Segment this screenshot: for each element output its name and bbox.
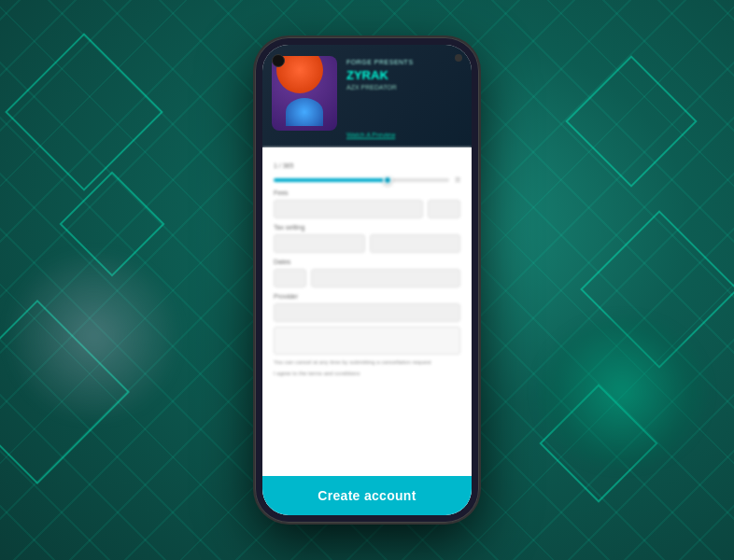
slider-container[interactable]: ☰: [274, 176, 460, 184]
screen-form-body: 1 / 365 ☰ Fees Tax setting: [262, 147, 472, 515]
phone-mockup: FORGE PRESENTS ZYRAK AZX PREDATOR Watch …: [255, 37, 479, 523]
slider-fill: [274, 178, 388, 182]
tax-section-label: Tax setting: [274, 224, 460, 231]
dates-section-label: Dates: [274, 259, 460, 265]
background-card-blur: [0, 252, 187, 420]
provider-section-label: Provider: [274, 293, 460, 300]
create-account-label: Create account: [318, 488, 416, 503]
screen-header: FORGE PRESENTS ZYRAK AZX PREDATOR Watch …: [262, 45, 472, 147]
terms-textarea[interactable]: [274, 327, 460, 355]
slider-end-icon: ☰: [455, 176, 460, 184]
provider-input[interactable]: [274, 303, 460, 322]
tax-row: [274, 234, 460, 253]
cancellation-text: You can cancel at any time by submitting…: [274, 359, 460, 367]
fees-row: [274, 200, 460, 218]
player-avatar: [272, 56, 337, 131]
header-info: FORGE PRESENTS ZYRAK AZX PREDATOR: [346, 59, 414, 91]
dates-input-1[interactable]: [274, 269, 306, 287]
slider-thumb[interactable]: [383, 175, 392, 185]
slider-track[interactable]: [274, 178, 449, 182]
phone-frame: FORGE PRESENTS ZYRAK AZX PREDATOR Watch …: [255, 37, 479, 523]
fees-input-2[interactable]: [428, 200, 460, 218]
player-name: ZYRAK: [346, 68, 414, 82]
tax-input-1[interactable]: [274, 234, 365, 253]
tax-input-2[interactable]: [370, 234, 461, 253]
header-tag-label: FORGE PRESENTS: [346, 59, 414, 65]
diamond-decoration: [565, 55, 697, 187]
slider-section-label: 1 / 365: [274, 162, 460, 169]
phone-screen: FORGE PRESENTS ZYRAK AZX PREDATOR Watch …: [262, 45, 472, 515]
player-subtitle: AZX PREDATOR: [346, 84, 414, 91]
diamond-decoration: [5, 33, 163, 191]
terms-agree-text: I agree to the terms and conditions: [274, 371, 460, 378]
fees-input-1[interactable]: [274, 200, 423, 218]
dates-row: [274, 269, 460, 287]
create-account-button[interactable]: Create account: [262, 476, 472, 515]
fees-section-label: Fees: [274, 189, 460, 196]
dates-input-2[interactable]: [311, 269, 460, 287]
watch-preview-link[interactable]: Watch A Preview: [346, 132, 395, 138]
background-chips-blur: [538, 317, 706, 467]
